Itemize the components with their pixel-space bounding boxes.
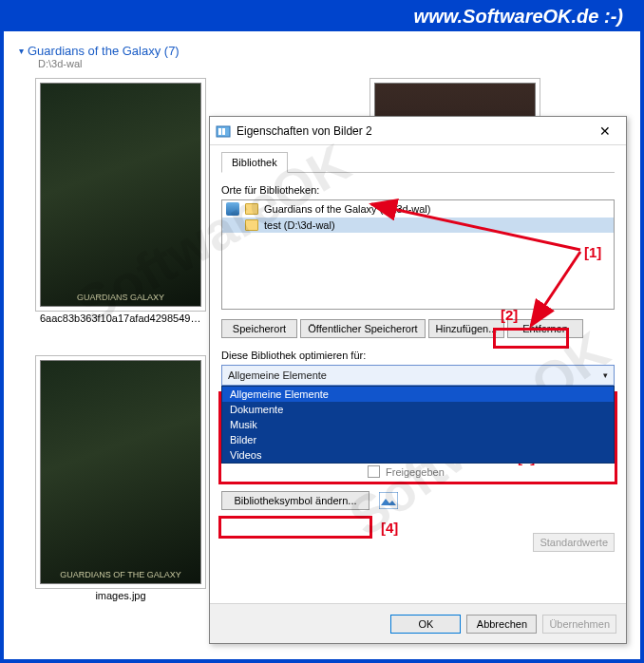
list-item[interactable]: test (D:\3d-wal) xyxy=(222,218,614,233)
folder-icon xyxy=(245,219,258,231)
folder-group-header[interactable]: ▾ Guardians of the Galaxy (7) xyxy=(19,44,625,58)
thumbnail-item[interactable]: GUARDIANS GALAXY 6aac83b363f10a17afad429… xyxy=(40,83,201,324)
combobox-value: Allgemeine Elemente xyxy=(228,369,327,381)
svg-rect-1 xyxy=(218,128,221,135)
list-item[interactable]: Guardians of the Galaxy (D:\3d-wal) xyxy=(222,200,614,218)
folder-path: D:\3d-wal xyxy=(38,58,625,69)
combobox-option[interactable]: Dokumente xyxy=(222,402,614,417)
svg-rect-3 xyxy=(379,492,398,509)
defaults-button: Standardwerte xyxy=(533,533,615,552)
optimize-combobox[interactable]: Allgemeine Elemente ▾ xyxy=(221,365,615,386)
library-location-icon xyxy=(226,202,239,216)
dialog-titlebar[interactable]: Eigenschaften von Bilder 2 ✕ xyxy=(210,117,626,145)
chevron-down-icon: ▾ xyxy=(19,46,24,56)
list-item-label: Guardians of the Galaxy (D:\3d-wal) xyxy=(264,203,430,215)
storage-location-button[interactable]: Speicherort xyxy=(221,319,297,338)
combobox-option[interactable]: Bilder xyxy=(222,432,614,447)
remove-button[interactable]: Entfernen xyxy=(507,319,583,338)
chevron-down-icon: ▾ xyxy=(603,370,608,380)
close-button[interactable]: ✕ xyxy=(590,120,620,142)
change-icon-button[interactable]: Bibliotheksymbol ändern... xyxy=(221,491,369,510)
thumbnail-image: GUARDIANS GALAXY xyxy=(40,83,201,307)
folder-title-text: Guardians of the Galaxy (7) xyxy=(28,44,180,58)
combobox-dropdown: Allgemeine Elemente Dokumente Musik Bild… xyxy=(221,386,615,464)
combobox-option[interactable]: Allgemeine Elemente xyxy=(222,387,614,402)
svg-rect-2 xyxy=(222,128,225,135)
tab-library[interactable]: Bibliothek xyxy=(221,152,288,173)
thumbnail-caption: 6aac83b363f10a17afad4298549d6 xyxy=(40,313,201,324)
library-icon xyxy=(216,123,231,139)
locations-listbox[interactable]: Guardians of the Galaxy (D:\3d-wal) test… xyxy=(221,199,615,310)
shared-checkbox[interactable] xyxy=(368,465,380,478)
tab-strip: Bibliothek xyxy=(221,151,615,173)
properties-dialog: Eigenschaften von Bilder 2 ✕ Bibliothek … xyxy=(209,116,627,644)
locations-label: Orte für Bibliotheken: xyxy=(221,184,615,196)
public-storage-button[interactable]: Öffentlicher Speicherort xyxy=(300,319,426,338)
combobox-option[interactable]: Videos xyxy=(222,447,614,463)
website-banner: www.SoftwareOK.de :-) xyxy=(4,4,640,31)
dialog-footer: OK Abbrechen Übernehmen xyxy=(210,603,626,643)
dialog-title: Eigenschaften von Bilder 2 xyxy=(237,124,590,138)
thumbnail-image: GUARDIANS OF THE GALAXY xyxy=(40,360,201,584)
folder-icon xyxy=(245,203,258,215)
cancel-button[interactable]: Abbrechen xyxy=(466,615,537,634)
ok-button[interactable]: OK xyxy=(390,615,461,634)
apply-button: Übernehmen xyxy=(542,615,616,634)
shared-label: Freigegeben xyxy=(386,466,445,478)
thumbnail-caption: images.jpg xyxy=(40,590,201,601)
combobox-option[interactable]: Musik xyxy=(222,417,614,432)
thumbnail-item[interactable]: GUARDIANS OF THE GALAXY images.jpg xyxy=(40,360,201,601)
list-item-label: test (D:\3d-wal) xyxy=(264,219,335,231)
picture-icon xyxy=(379,492,398,509)
optimize-label: Diese Bibliothek optimieren für: xyxy=(221,350,615,361)
add-button[interactable]: Hinzufügen... xyxy=(428,319,504,338)
